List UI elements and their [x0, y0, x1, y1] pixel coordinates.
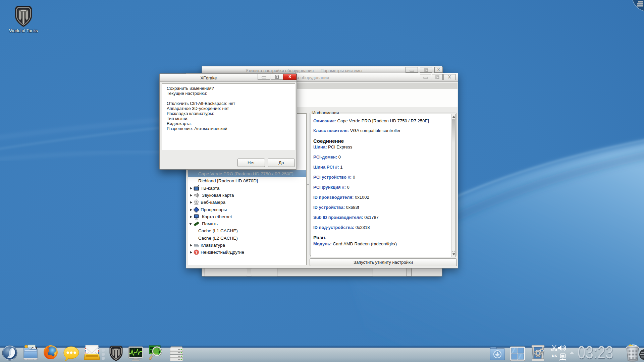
- svg-text:?: ?: [195, 250, 198, 254]
